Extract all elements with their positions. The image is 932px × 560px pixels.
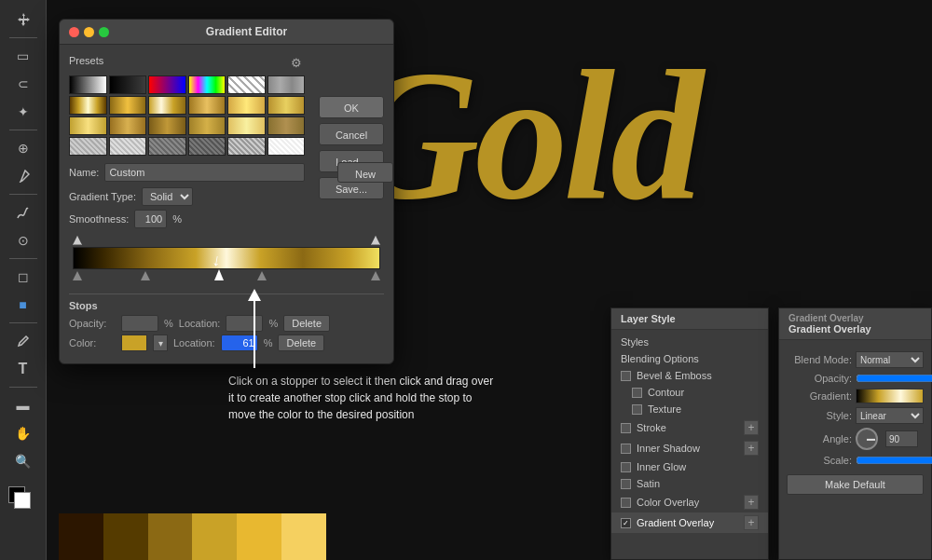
- opacity-delete-button[interactable]: Delete: [283, 315, 330, 332]
- zoom-tool[interactable]: 🔍: [11, 449, 35, 473]
- opacity-stop-input[interactable]: [121, 315, 158, 332]
- color-stop-2[interactable]: ↓: [214, 269, 224, 282]
- opacity-label: Opacity:: [787, 373, 852, 384]
- color-dropdown-btn[interactable]: ▾: [153, 335, 168, 351]
- stroke-checkbox[interactable]: [621, 423, 631, 433]
- gradient-type-select[interactable]: Solid: [142, 187, 193, 206]
- preset-swatch[interactable]: [188, 116, 226, 135]
- satin-checkbox[interactable]: [621, 479, 631, 489]
- stroke-plus-btn[interactable]: +: [744, 420, 759, 435]
- opacity-stop-right[interactable]: [371, 236, 380, 245]
- ls-item-contour[interactable]: Contour: [611, 384, 768, 401]
- scale-slider[interactable]: [856, 454, 932, 467]
- preset-swatch[interactable]: [227, 75, 266, 94]
- preset-swatch[interactable]: [109, 116, 147, 135]
- ls-item-bevel[interactable]: Bevel & Emboss: [611, 367, 768, 384]
- gradient-bar[interactable]: [73, 247, 380, 269]
- opacity-stop-label: Opacity:: [69, 318, 116, 329]
- dialog-title: Gradient Editor: [109, 25, 384, 38]
- hand-tool[interactable]: ✋: [11, 421, 35, 445]
- preset-swatch[interactable]: [267, 75, 306, 94]
- background-color[interactable]: [14, 492, 31, 509]
- stops-section: Stops Opacity: % Location: % Delete Colo…: [69, 294, 384, 351]
- crop-tool[interactable]: ⊕: [11, 136, 35, 160]
- ls-item-color-overlay[interactable]: Color Overlay +: [611, 492, 768, 512]
- color-stop-end[interactable]: [371, 271, 380, 282]
- style-select[interactable]: Linear: [856, 407, 924, 424]
- cancel-button[interactable]: Cancel: [319, 123, 384, 145]
- gradient-overlay-checkbox[interactable]: ✓: [621, 518, 631, 528]
- inner-glow-checkbox[interactable]: [621, 462, 631, 472]
- presets-gear-button[interactable]: ⚙: [288, 54, 305, 71]
- angle-input[interactable]: [885, 430, 918, 447]
- color-overlay-checkbox[interactable]: [621, 498, 631, 508]
- gradient-overlay-plus-btn[interactable]: +: [744, 515, 759, 530]
- type-tool[interactable]: T: [11, 357, 35, 381]
- opacity-stop-left[interactable]: [73, 236, 82, 245]
- preset-swatch[interactable]: [267, 137, 306, 156]
- selection-tool[interactable]: ▭: [11, 44, 35, 68]
- bevel-checkbox[interactable]: [621, 371, 631, 381]
- preset-swatch[interactable]: [227, 96, 266, 115]
- preset-swatch[interactable]: [109, 137, 147, 156]
- minimize-button[interactable]: [84, 27, 94, 37]
- preset-swatch[interactable]: [188, 137, 226, 156]
- color-stop-3[interactable]: [257, 271, 267, 282]
- preset-swatch[interactable]: [148, 116, 186, 135]
- preset-swatch[interactable]: [69, 75, 107, 94]
- color-overlay-plus-btn[interactable]: +: [744, 495, 759, 510]
- inner-shadow-checkbox[interactable]: [621, 444, 631, 454]
- preset-swatch[interactable]: [148, 75, 186, 94]
- gradient-tool[interactable]: ■: [11, 293, 35, 317]
- lasso-tool[interactable]: ⊂: [11, 72, 35, 96]
- new-button[interactable]: New: [337, 162, 393, 183]
- ls-item-styles[interactable]: Styles: [611, 334, 768, 350]
- ls-item-gradient-overlay[interactable]: ✓ Gradient Overlay +: [611, 512, 768, 533]
- contour-checkbox[interactable]: [632, 388, 642, 398]
- ls-item-satin[interactable]: Satin: [611, 475, 768, 492]
- name-input[interactable]: [104, 163, 305, 182]
- blend-mode-select[interactable]: Normal: [856, 351, 924, 368]
- color-stop-1[interactable]: [141, 271, 150, 282]
- brush-tool[interactable]: [11, 200, 35, 225]
- preset-swatch[interactable]: [109, 96, 147, 115]
- layer-styles-title: Layer Style: [611, 308, 768, 330]
- color-stop-swatch[interactable]: [121, 335, 147, 351]
- ls-item-blending[interactable]: Blending Options: [611, 350, 768, 367]
- preset-swatch[interactable]: [267, 96, 306, 115]
- preset-swatch[interactable]: [148, 96, 186, 115]
- preset-swatch[interactable]: [69, 137, 107, 156]
- clone-stamp-tool[interactable]: ⊙: [11, 228, 35, 253]
- magic-wand-tool[interactable]: ✦: [11, 100, 35, 124]
- ls-item-inner-glow[interactable]: Inner Glow: [611, 458, 768, 475]
- preset-swatch[interactable]: [109, 75, 147, 94]
- angle-knob[interactable]: [856, 428, 878, 450]
- preset-swatch[interactable]: [148, 137, 186, 156]
- smoothness-input[interactable]: [134, 210, 167, 228]
- preset-swatch[interactable]: [69, 116, 107, 135]
- preset-swatch[interactable]: [227, 137, 266, 156]
- preset-swatch[interactable]: [227, 116, 266, 135]
- ok-button[interactable]: OK: [319, 96, 384, 118]
- gradient-preview[interactable]: [856, 389, 924, 403]
- eyedropper-tool[interactable]: [11, 164, 35, 188]
- pen-tool[interactable]: [11, 329, 35, 353]
- inner-shadow-plus-btn[interactable]: +: [744, 441, 759, 456]
- opacity-slider[interactable]: [856, 372, 932, 385]
- ls-item-stroke[interactable]: Stroke +: [611, 417, 768, 438]
- color-stop-start[interactable]: [73, 271, 82, 282]
- shape-tool[interactable]: ▬: [11, 393, 35, 417]
- close-button[interactable]: [69, 27, 79, 37]
- maximize-button[interactable]: [99, 27, 109, 37]
- preset-swatch[interactable]: [188, 75, 226, 94]
- ls-item-texture[interactable]: Texture: [611, 401, 768, 417]
- eraser-tool[interactable]: ◻: [11, 265, 35, 289]
- preset-swatch[interactable]: [267, 116, 306, 135]
- preset-swatch[interactable]: [188, 96, 226, 115]
- texture-checkbox[interactable]: [632, 404, 642, 415]
- preset-swatch[interactable]: [69, 96, 107, 115]
- make-default-button[interactable]: Make Default: [787, 474, 924, 495]
- ls-item-inner-shadow[interactable]: Inner Shadow +: [611, 438, 768, 458]
- location-color-label: Location:: [173, 337, 215, 348]
- move-tool[interactable]: [11, 7, 35, 32]
